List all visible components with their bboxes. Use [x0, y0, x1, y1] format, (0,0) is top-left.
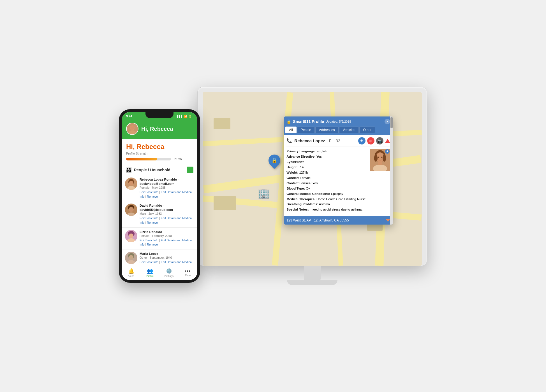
svg-point-19 — [129, 207, 134, 212]
map-building-icon: 🏢 — [258, 188, 270, 199]
phone-screen: 9:41 ▌▌▌ 📶 🔋 — [122, 112, 197, 280]
remove-link[interactable]: Remove — [147, 221, 158, 224]
wifi-icon: 📶 — [184, 115, 187, 118]
phone-header: Hi, Rebecca — [122, 120, 197, 139]
person-age: 32 — [336, 139, 340, 143]
weight-value: 127 lb — [299, 171, 308, 174]
signal-icon: ▌▌▌ — [177, 115, 183, 118]
height-value: 5' 4' — [299, 165, 304, 169]
edit-basic-info-link[interactable]: Edit Basic Info — [140, 239, 158, 242]
edit-basic-info-link[interactable]: Edit Basic Info — [140, 216, 158, 220]
person-info: Lizzie Ronaldo Female - February, 2010 E… — [140, 230, 194, 247]
people-section-header: 👨‍👩‍👧 People / Household + — [122, 164, 197, 175]
advance-directive-value: Yes — [316, 155, 322, 158]
tab-alerts[interactable]: 🔔 Alerts — [122, 267, 141, 279]
profile-strength-bar-container: 69% — [126, 156, 193, 161]
tab-settings-label: Settings — [164, 275, 173, 277]
height-label: Height: — [286, 165, 298, 169]
remove-link[interactable]: Remove — [147, 243, 158, 246]
phone-icon: 📞 — [286, 138, 292, 143]
svg-point-23 — [129, 234, 133, 238]
person-photo: + — [370, 149, 390, 171]
medical-conditions-value: Epilepsy — [331, 192, 343, 195]
tab-people[interactable]: People — [297, 127, 315, 133]
person-name: Rebecca Lopez — [294, 138, 325, 143]
edit-basic-info-link[interactable]: Edit Basic Info — [140, 190, 158, 194]
gender-label: Gender: — [286, 176, 299, 179]
alerts-icon: 🔔 — [128, 268, 134, 274]
status-icons: ▌▌▌ 📶 🔋 — [177, 115, 192, 118]
popup-address: 123 West St, APT 12, Anytown, CA 55555 — [286, 218, 349, 222]
address-down-arrow[interactable] — [386, 219, 390, 222]
blood-type-value: O+ — [306, 187, 310, 190]
popup-scrollbar[interactable] — [390, 116, 393, 225]
phone-greeting-large: Hi, Rebecca — [126, 143, 193, 151]
people-section-left: 👨‍👩‍👧 People / Household — [126, 167, 170, 173]
map-block — [214, 118, 230, 129]
weight-label: Weight: — [286, 171, 298, 174]
tab-profile-label: Profile — [146, 275, 154, 277]
popup-updated: Updated: 5/2/2018 — [326, 120, 351, 123]
scene: 🏢 🔒 Smart911 Profil — [119, 87, 427, 305]
svg-point-12 — [130, 126, 135, 130]
eyes-label: Eyes: — [286, 160, 295, 164]
people-label: People / Household — [134, 168, 170, 172]
person-links: Edit Basic Info | Edit Details and Medic… — [140, 260, 194, 265]
tab-other[interactable]: Other — [359, 127, 375, 133]
tab-settings[interactable]: ⚙️ Settings — [159, 267, 179, 279]
person-sub: Male - July, 1983 — [140, 212, 194, 215]
phone-frame: 9:41 ▌▌▌ 📶 🔋 — [119, 109, 200, 283]
alert-up-icon — [385, 139, 390, 143]
svg-point-7 — [378, 157, 379, 158]
contact-lenses-label: Contact Lenses: — [286, 181, 311, 185]
tab-all[interactable]: All — [285, 127, 296, 133]
more-icon: ••• — [185, 269, 191, 273]
profile-strength-pct: 69% — [174, 157, 182, 161]
person-icons: ✚ ⊕ 📷 — [358, 137, 390, 144]
breathing-value: Asthma — [319, 202, 330, 206]
profile-strength-label: Profile Strength — [126, 152, 193, 155]
person-avatar — [125, 204, 137, 216]
person-info: David Ronaldo - davidr55@icloud.com Male… — [140, 204, 194, 225]
advance-directive-label: Advance Directive: — [286, 155, 316, 158]
scrollbar-thumb[interactable] — [390, 117, 393, 128]
tab-more-label: More — [185, 274, 191, 277]
edit-basic-info-link[interactable]: Edit Basic Info — [140, 260, 158, 264]
map-pin-circle — [266, 152, 283, 169]
person-gender: F — [329, 139, 332, 143]
header-avatar — [126, 123, 138, 135]
svg-point-15 — [129, 181, 133, 185]
popup-header-left: 🔒 Smart911 Profile Updated: 5/2/2018 — [286, 119, 351, 124]
monitor-stand-base — [287, 280, 337, 285]
smart911-popup: 🔒 Smart911 Profile Updated: 5/2/2018 × A… — [284, 116, 393, 225]
person-sub: Female - May, 1985 — [140, 186, 194, 189]
person-sub: Other - September, 1940 — [140, 256, 194, 259]
primary-language-label: Primary Language: — [286, 150, 316, 153]
phone-tab-bar: 🔔 Alerts 👥 Profile ⚙️ Settings • — [122, 265, 197, 280]
special-notes-label: Special Notes: — [286, 208, 309, 211]
popup-address-bar: 123 West St, APT 12, Anytown, CA 55555 — [284, 216, 393, 225]
lock-icon: 🔒 — [286, 119, 291, 124]
tab-addresses[interactable]: Addresses — [315, 127, 339, 133]
monitor-stand-neck — [304, 266, 321, 280]
popup-body: 📞 Rebecca Lopez F 32 ✚ ⊕ 📷 — [284, 135, 393, 215]
people-household-icon: 👨‍👩‍👧 — [126, 167, 132, 173]
phone: 9:41 ▌▌▌ 📶 🔋 — [119, 109, 200, 283]
hi-section: Hi, Rebecca Profile Strength 69% — [122, 139, 197, 164]
phone-greeting: Hi, Rebecca — [141, 126, 173, 132]
tab-alerts-label: Alerts — [128, 275, 134, 277]
person-name: Maria Lopez — [140, 252, 194, 256]
tab-profile[interactable]: 👥 Profile — [141, 267, 160, 279]
tab-more[interactable]: ••• More — [179, 268, 198, 278]
person-item: Maria Lopez Other - September, 1940 Edit… — [122, 249, 197, 265]
person-info: Maria Lopez Other - September, 1940 Edit… — [140, 252, 194, 265]
contact-lenses-value: Yes — [313, 181, 318, 185]
people-add-button[interactable]: + — [187, 167, 193, 173]
tab-vehicles[interactable]: Vehicles — [339, 127, 359, 133]
remove-link[interactable]: Remove — [147, 195, 158, 198]
svg-point-3 — [374, 155, 378, 162]
person-avatar — [125, 230, 137, 242]
popup-close-button[interactable]: × — [385, 119, 390, 124]
phone-notch — [145, 112, 173, 118]
map-block — [214, 196, 236, 210]
